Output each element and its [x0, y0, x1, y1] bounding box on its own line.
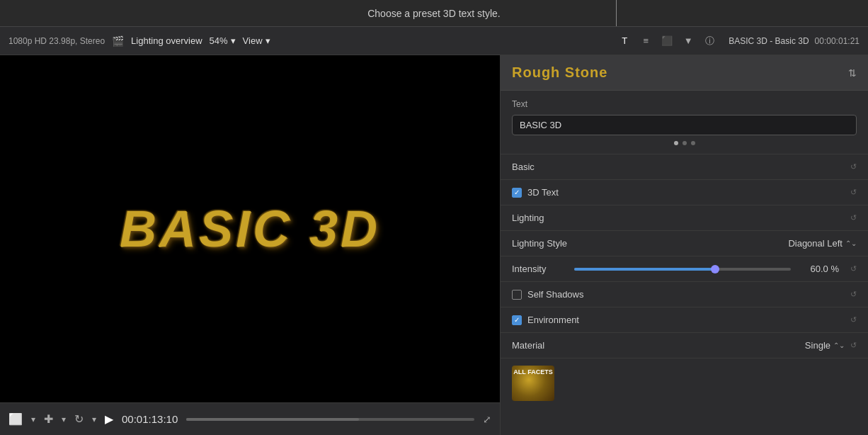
- environment-reset-icon[interactable]: ↺: [850, 315, 857, 324]
- lighting-style-label: Lighting Style: [512, 238, 788, 249]
- lighting-style-dropdown[interactable]: Diagonal Left ⌃⌄: [788, 238, 857, 249]
- 3d-text-row: 3D Text ↺: [501, 180, 868, 205]
- intensity-fill: [574, 268, 715, 271]
- preview-3d-text: BASIC 3D: [120, 200, 380, 258]
- intensity-row: Intensity 60.0 % ↺: [501, 256, 868, 282]
- all-facets-thumbnail[interactable]: ALL FACETS: [512, 366, 554, 401]
- intensity-slider[interactable]: [574, 268, 791, 271]
- lighting-label: Lighting: [512, 213, 845, 223]
- info-panel-icon[interactable]: ⓘ: [702, 33, 717, 49]
- panel-icons: T ≡ ⬛ ▼ ⓘ BASIC 3D - Basic 3D 00:00:01:2…: [617, 33, 860, 49]
- tooltip-text: Choose a preset 3D text style.: [367, 8, 501, 19]
- thumbnail-label: ALL FACETS: [512, 368, 554, 375]
- loop-chevron: ▾: [92, 414, 96, 424]
- right-panel: Rough Stone ⇅ Text Basic ↺: [500, 55, 868, 435]
- loop-icon[interactable]: ↻: [74, 412, 84, 426]
- zoom-chevron: ▾: [231, 35, 236, 46]
- clapper-icon: 🎬: [112, 35, 124, 47]
- self-shadows-label: Self Shadows: [527, 289, 839, 300]
- lighting-reset-icon[interactable]: ↺: [850, 213, 857, 222]
- intensity-value: 60.0 %: [796, 264, 839, 274]
- view-chevron: ▾: [265, 35, 270, 46]
- text-section: Text: [501, 91, 868, 154]
- expand-icon[interactable]: ⤢: [483, 414, 491, 425]
- video-icon: ⬛: [661, 35, 673, 46]
- preview-area: BASIC 3D ⬜ ▾ ✚ ▾ ↻ ▾ ▶ 00:01:13:10 ⤢: [0, 55, 500, 435]
- expand-arrows-icon[interactable]: ⇅: [848, 67, 857, 79]
- timecode: 00:01:13:10: [122, 413, 178, 425]
- top-toolbar: 1080p HD 23.98p, Stereo 🎬 Lighting overv…: [0, 27, 868, 55]
- tools-chevron: ▾: [62, 414, 66, 424]
- media-info: 1080p HD 23.98p, Stereo: [8, 36, 105, 46]
- list-panel-icon[interactable]: ≡: [638, 33, 653, 49]
- environment-checkbox[interactable]: [512, 315, 522, 325]
- tooltip-bar: Choose a preset 3D text style.: [0, 0, 868, 27]
- tools-icon[interactable]: ✚: [44, 412, 53, 426]
- bottom-controls: ⬜ ▾ ✚ ▾ ↻ ▾ ▶ 00:01:13:10 ⤢: [0, 402, 500, 435]
- dot-3: [691, 141, 695, 145]
- project-title: Lighting overview: [131, 35, 202, 46]
- text-input[interactable]: [512, 115, 857, 135]
- basic-reset-icon[interactable]: ↺: [850, 162, 857, 171]
- chevron-icon: ▾: [31, 414, 35, 424]
- intensity-thumb[interactable]: [711, 265, 719, 273]
- view-control[interactable]: View ▾: [243, 35, 270, 46]
- intensity-reset-icon[interactable]: ↺: [850, 264, 857, 273]
- self-shadows-reset-icon[interactable]: ↺: [850, 290, 857, 299]
- material-row: Material Single ⌃⌄ ↺: [501, 333, 868, 358]
- dot-2: [683, 141, 687, 145]
- lighting-style-row: Lighting Style Diagonal Left ⌃⌄: [501, 231, 868, 256]
- material-reset-icon[interactable]: ↺: [850, 341, 857, 350]
- toolbar-left: 1080p HD 23.98p, Stereo 🎬 Lighting overv…: [8, 35, 617, 47]
- material-value: Single: [805, 340, 830, 351]
- clip-icon[interactable]: ⬜: [8, 412, 23, 426]
- material-chevron: ⌃⌄: [833, 341, 845, 349]
- text-icon: T: [622, 35, 627, 46]
- material-dropdown[interactable]: Single ⌃⌄: [805, 340, 845, 351]
- self-shadows-row: Self Shadows ↺: [501, 282, 868, 307]
- tooltip-line: [616, 0, 617, 26]
- clip-duration-inline: 00:00:01:21: [815, 36, 860, 46]
- rough-stone-title: Rough Stone: [512, 64, 848, 81]
- text-panel-icon[interactable]: T: [617, 33, 632, 49]
- info-icon: ⓘ: [705, 35, 714, 47]
- view-label: View: [243, 35, 263, 46]
- preview-canvas: BASIC 3D: [0, 55, 500, 402]
- rough-stone-header: Rough Stone ⇅: [501, 55, 868, 91]
- list-icon: ≡: [643, 35, 649, 46]
- panel-content: Text Basic ↺ 3D Text ↺ Li: [501, 91, 868, 435]
- 3d-text-checkbox[interactable]: [512, 188, 522, 198]
- basic-label: Basic: [512, 162, 845, 172]
- main-area: BASIC 3D ⬜ ▾ ✚ ▾ ↻ ▾ ▶ 00:01:13:10 ⤢ Rou…: [0, 55, 868, 435]
- filter-panel-icon[interactable]: ▼: [680, 33, 696, 49]
- video-panel-icon[interactable]: ⬛: [659, 33, 675, 49]
- lighting-style-value: Diagonal Left: [788, 238, 843, 249]
- environment-row: Environment ↺: [501, 307, 868, 333]
- play-button[interactable]: ▶: [105, 412, 113, 426]
- 3d-text-reset-icon[interactable]: ↺: [850, 188, 857, 197]
- dots-row: [512, 141, 857, 145]
- lighting-section-row: Lighting ↺: [501, 205, 868, 231]
- zoom-control[interactable]: 54% ▾: [210, 35, 236, 46]
- environment-label: Environment: [527, 315, 839, 325]
- clip-title-inline: BASIC 3D - Basic 3D: [729, 36, 809, 46]
- 3d-text-label: 3D Text: [527, 187, 839, 198]
- dot-1: [674, 141, 678, 145]
- lighting-style-chevron: ⌃⌄: [845, 239, 857, 247]
- self-shadows-checkbox[interactable]: [512, 290, 522, 300]
- timeline-bar[interactable]: [186, 418, 474, 421]
- basic-row: Basic ↺: [501, 154, 868, 180]
- intensity-label: Intensity: [512, 264, 569, 274]
- zoom-level: 54%: [210, 35, 228, 46]
- thumbnail-section: ALL FACETS: [501, 358, 868, 408]
- text-section-label: Text: [512, 99, 857, 109]
- timeline-progress: [186, 418, 359, 421]
- filter-icon: ▼: [684, 35, 693, 46]
- material-label: Material: [512, 340, 805, 351]
